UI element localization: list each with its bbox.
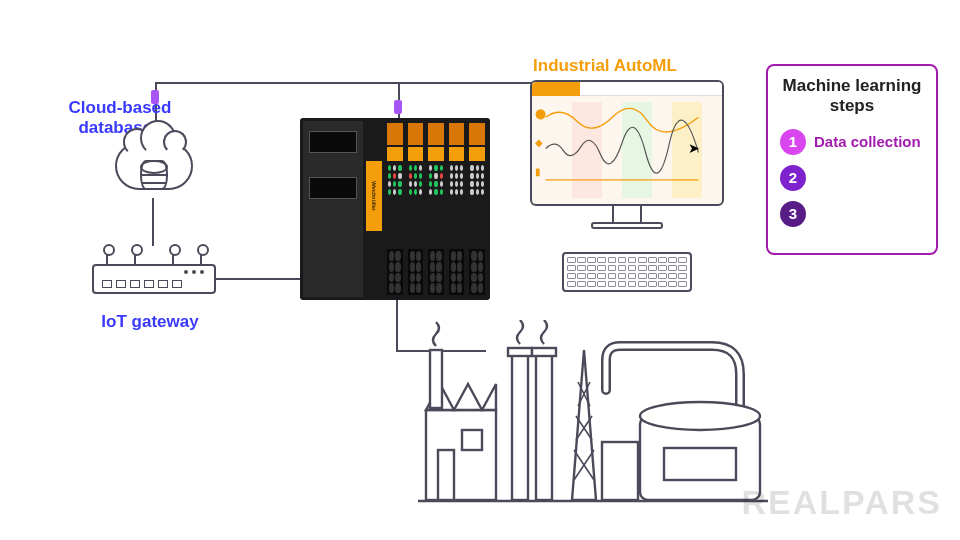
industrial-automl-label: Industrial AutoML bbox=[520, 56, 690, 76]
svg-rect-3 bbox=[462, 430, 482, 450]
svg-rect-5 bbox=[536, 352, 552, 500]
plc-io-module-4 bbox=[447, 121, 467, 297]
plc-cpu-module bbox=[303, 121, 363, 297]
ml-step-2: 2 bbox=[780, 165, 924, 191]
connector-tip-plc bbox=[394, 100, 402, 114]
svg-rect-1 bbox=[430, 350, 442, 408]
ml-steps-panel: Machine learning steps 1 Data collection… bbox=[766, 64, 938, 255]
svg-rect-7 bbox=[532, 348, 556, 356]
svg-rect-0 bbox=[426, 410, 496, 500]
svg-rect-11 bbox=[602, 442, 638, 500]
step-number-3: 3 bbox=[780, 201, 806, 227]
plc-io-module-1 bbox=[385, 121, 405, 297]
plc-brand-strip: Weidmüller bbox=[364, 121, 384, 297]
step-label-1: Data collection bbox=[814, 133, 921, 150]
keyboard bbox=[562, 252, 692, 292]
svg-rect-10 bbox=[664, 448, 736, 480]
svg-rect-4 bbox=[512, 352, 528, 500]
plc-controller: Weidmüller bbox=[300, 118, 490, 300]
ml-step-3: 3 bbox=[780, 201, 924, 227]
wire-plc-to-factory-v bbox=[396, 300, 398, 352]
iot-gateway-label: IoT gateway bbox=[90, 312, 210, 332]
plc-io-module-2 bbox=[406, 121, 426, 297]
svg-rect-2 bbox=[438, 450, 454, 500]
watermark: REALPARS bbox=[742, 483, 943, 522]
iot-gateway-device bbox=[92, 250, 216, 306]
plc-io-module-5 bbox=[467, 121, 487, 297]
svg-rect-6 bbox=[508, 348, 532, 356]
ml-step-1: 1 Data collection bbox=[780, 129, 924, 155]
ml-steps-title: Machine learning steps bbox=[780, 76, 924, 117]
wire-cloud-to-gateway bbox=[152, 198, 154, 246]
plc-io-module-3 bbox=[426, 121, 446, 297]
svg-point-9 bbox=[640, 402, 760, 430]
monitor-screen: ⬤◆▮ ➤ bbox=[530, 80, 724, 206]
monitor: ⬤◆▮ ➤ bbox=[530, 80, 724, 230]
cursor-icon: ➤ bbox=[688, 140, 700, 156]
wire-gateway-to-plc bbox=[216, 278, 300, 280]
database-icon bbox=[140, 160, 168, 190]
step-number-1: 1 bbox=[780, 129, 806, 155]
factory-illustration bbox=[416, 320, 770, 510]
step-number-2: 2 bbox=[780, 165, 806, 191]
